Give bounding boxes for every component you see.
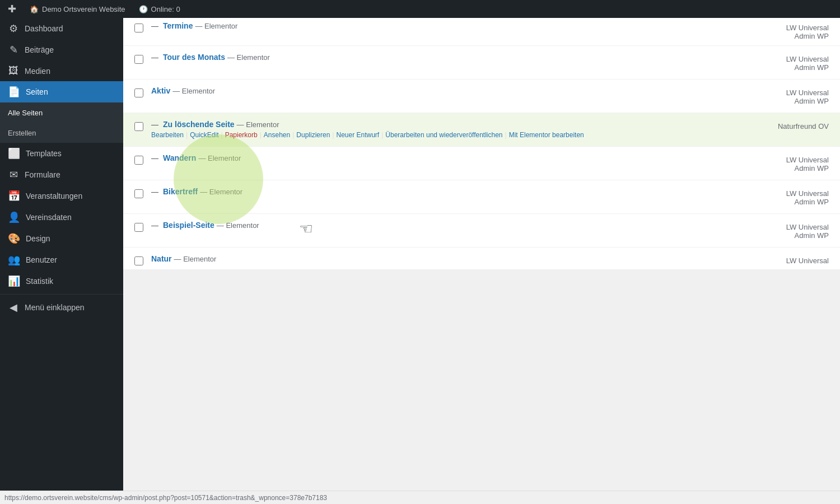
sidebar-item-label: Formulare (25, 170, 60, 179)
table-row: — Bikertreff — Elementor LW UniversalAdm… (123, 180, 840, 214)
sidebar-item-design[interactable]: 🎨 Design (0, 228, 123, 249)
page-indent: — (151, 221, 158, 230)
topbar: ✚ 🏠 Demo Ortsverein Website 🕐 Online: 0 (0, 0, 840, 18)
statusbar-url: https://demo.ortsverein.website/cms/wp-a… (4, 494, 327, 502)
row-checkbox-wandern[interactable] (134, 156, 143, 165)
page-title-tour: — Tour des Monats — Elementor (151, 53, 739, 62)
page-content-tour: — Tour des Monats — Elementor (151, 53, 739, 62)
page-name-bikertreff[interactable]: Bikertreff (163, 187, 198, 196)
sidebar-item-vereinsdaten[interactable]: 👤 Vereinsdaten (0, 207, 123, 228)
page-title-wandern: — Wandern — Elementor (151, 153, 739, 162)
table-row: Aktiv — Elementor LW UniversalAdmin WP (123, 80, 840, 113)
page-author-aktiv: LW UniversalAdmin WP (750, 86, 829, 105)
page-name-natur[interactable]: Natur (151, 254, 172, 263)
page-author-zu-loeschende: Naturfreund OV (750, 120, 829, 130)
page-name-zu-loeschende[interactable]: Zu löschende Seite (163, 120, 235, 129)
sidebar-item-label: Menü einklappen (25, 303, 85, 312)
sidebar-item-seiten[interactable]: 📄 Seiten (0, 81, 123, 102)
sidebar-item-label: Statistik (26, 277, 53, 286)
page-list: — Termine — Elementor LW UniversalAdmin … (123, 18, 840, 270)
sidebar-item-templates[interactable]: ⬜ Templates (0, 143, 123, 164)
wp-logo[interactable]: ✚ (4, 0, 20, 18)
page-content-termine: — Termine — Elementor (151, 21, 739, 30)
main-content: — Termine — Elementor LW UniversalAdmin … (123, 18, 840, 504)
row-checkbox-tour[interactable] (134, 55, 143, 64)
site-name: Demo Ortsverein Website (42, 5, 125, 13)
page-content-beispiel: — Beispiel-Seite — Elementor (151, 221, 739, 230)
page-author-termine: LW UniversalAdmin WP (750, 21, 829, 40)
page-title-aktiv: Aktiv — Elementor (151, 86, 739, 95)
page-content-wandern: — Wandern — Elementor (151, 153, 739, 162)
row-checkbox-termine[interactable] (134, 24, 143, 32)
sidebar-item-label: Seiten (26, 87, 48, 96)
table-row: — Termine — Elementor LW UniversalAdmin … (123, 18, 840, 46)
page-indent: — (151, 188, 158, 196)
sidebar-item-veranstaltungen[interactable]: 📅 Veranstaltungen (0, 185, 123, 207)
page-name-beispiel[interactable]: Beispiel-Seite (163, 221, 214, 230)
page-author-natur: LW Universal (750, 254, 829, 265)
statusbar: https://demo.ortsverein.website/cms/wp-a… (0, 491, 840, 504)
sidebar-item-erstellen[interactable]: Erstellen (0, 123, 123, 143)
medien-icon: 🖼 (8, 65, 19, 77)
page-meta-bikertreff: — Elementor (200, 188, 242, 196)
home-icon: 🏠 (30, 5, 39, 13)
table-row: — Zu löschende Seite — Elementor Bearbei… (123, 113, 840, 147)
action-ansehen[interactable]: Ansehen (264, 131, 290, 139)
sidebar-item-beitraege[interactable]: ✎ Beiträge (0, 39, 123, 60)
sidebar-item-label: Dashboard (25, 24, 63, 33)
benutzer-icon: 👥 (8, 254, 20, 266)
sidebar-item-benutzer[interactable]: 👥 Benutzer (0, 249, 123, 270)
online-status[interactable]: 🕐 Online: 0 (136, 0, 184, 18)
site-home[interactable]: 🏠 Demo Ortsverein Website (26, 0, 129, 18)
sidebar-item-label: Design (26, 234, 50, 243)
sidebar-item-statistik[interactable]: 📊 Statistik (0, 270, 123, 292)
formulare-icon: ✉ (8, 169, 19, 181)
action-neuer-entwurf[interactable]: Neuer Entwurf (336, 131, 379, 139)
page-name-aktiv[interactable]: Aktiv (151, 86, 170, 95)
page-indent: — (151, 22, 158, 30)
sidebar: ⚙ Dashboard ✎ Beiträge 🖼 Medien 📄 Seiten… (0, 18, 123, 504)
action-elementor[interactable]: Mit Elementor bearbeiten (509, 131, 584, 139)
row-checkbox-beispiel[interactable] (134, 223, 143, 232)
statistik-icon: 📊 (8, 275, 20, 287)
action-quickedit[interactable]: QuickEdit (190, 131, 218, 139)
page-indent: — (151, 120, 158, 129)
page-title-bikertreff: — Bikertreff — Elementor (151, 187, 739, 196)
dashboard-icon: ⚙ (8, 22, 19, 35)
wp-icon: ✚ (8, 3, 16, 15)
page-meta-wandern: — Elementor (198, 154, 241, 162)
page-content-aktiv: Aktiv — Elementor (151, 86, 739, 95)
sidebar-item-formulare[interactable]: ✉ Formulare (0, 164, 123, 185)
page-title-natur: Natur — Elementor (151, 254, 739, 263)
alle-seiten-label: Alle Seiten (8, 109, 43, 117)
row-checkbox-natur[interactable] (134, 256, 143, 265)
sidebar-item-label: Templates (26, 149, 62, 158)
row-checkbox-bikertreff[interactable] (134, 189, 143, 198)
page-title-termine: — Termine — Elementor (151, 21, 739, 30)
action-duplizieren[interactable]: Duplizieren (296, 131, 330, 139)
row-checkbox-aktiv[interactable] (134, 88, 143, 97)
sidebar-item-label: Benutzer (26, 255, 57, 264)
action-bearbeiten[interactable]: Bearbeiten (151, 131, 184, 139)
page-meta-termine: — Elementor (195, 22, 237, 30)
page-name-tour[interactable]: Tour des Monats (163, 53, 225, 62)
table-row: — Wandern — Elementor LW UniversalAdmin … (123, 147, 840, 180)
page-name-wandern[interactable]: Wandern (163, 153, 196, 162)
beitraege-icon: ✎ (8, 44, 19, 56)
design-icon: 🎨 (8, 232, 20, 245)
sidebar-item-label: Vereinsdaten (26, 213, 72, 222)
page-indent: — (151, 154, 158, 162)
sidebar-item-label: Beiträge (25, 45, 54, 54)
page-name-termine[interactable]: Termine (163, 21, 193, 30)
action-ueberarbeiten[interactable]: Überarbeiten und wiederveröffentlichen (385, 131, 502, 139)
page-author-tour: LW UniversalAdmin WP (750, 53, 829, 72)
sidebar-item-alle-seiten[interactable]: Alle Seiten (0, 102, 123, 123)
page-content-natur: Natur — Elementor (151, 254, 739, 263)
row-checkbox-zu-loeschende[interactable] (134, 122, 143, 131)
sidebar-item-medien[interactable]: 🖼 Medien (0, 60, 123, 81)
action-papierkorb[interactable]: Papierkorb (225, 131, 258, 139)
sidebar-item-dashboard[interactable]: ⚙ Dashboard (0, 18, 123, 39)
templates-icon: ⬜ (8, 147, 20, 160)
table-row: — Beispiel-Seite — Elementor LW Universa… (123, 214, 840, 248)
sidebar-item-menu-einklappen[interactable]: ◀ Menü einklappen (0, 297, 123, 318)
